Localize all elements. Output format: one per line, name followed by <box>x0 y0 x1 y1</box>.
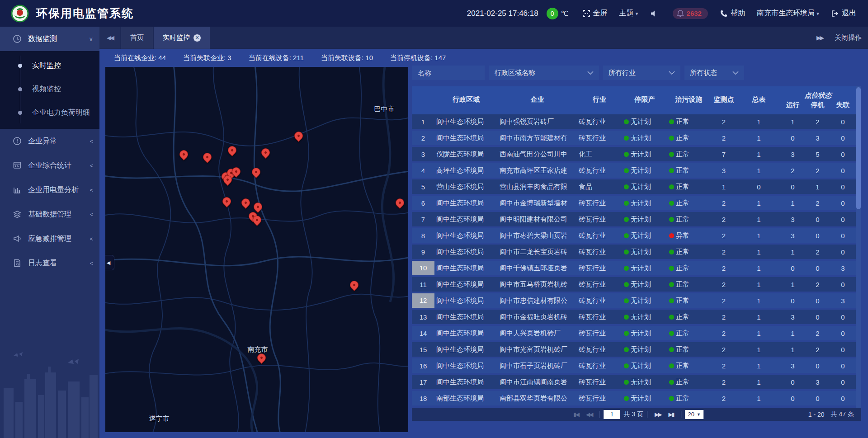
tabs-scroll-right-button[interactable]: ▶▶ <box>816 34 823 41</box>
table-row-2[interactable]: 2阆中生态环境局阆中市南方节能建材有砖瓦行业无计划正常21030 <box>412 131 856 145</box>
name-filter-input[interactable] <box>418 69 479 77</box>
status-filter-select[interactable]: 所有状态 <box>684 66 744 80</box>
sidebar-item-0[interactable]: 数据监测∨ <box>0 27 99 51</box>
table-body: 1阆中生态环境局阆中强锐页岩砖厂砖瓦行业无计划正常211202阆中生态环境局阆中… <box>412 114 856 408</box>
sidebar-item-3[interactable]: 企业用电量分析< <box>0 178 99 202</box>
sidebar-item-5[interactable]: 应急减排管理< <box>0 226 99 251</box>
divider <box>647 411 647 418</box>
sidebar-subitem-2[interactable]: 企业电力负荷明细 <box>0 101 99 124</box>
table-row-10[interactable]: 10阆中生态环境局阆中千佛镇五郎垭页岩砖瓦行业无计划正常21003 <box>412 261 856 275</box>
table-row-5[interactable]: 5营山生态环境局营山县润丰肉食品有限食品无计划正常10010 <box>412 179 856 194</box>
tabs-scroll-left-button[interactable]: ◀◀ <box>99 27 120 49</box>
cell-company: 阆中明阳建材有限公司 <box>498 215 577 224</box>
table-row-12[interactable]: 12阆中生态环境局阆中市忠信建材有限公砖瓦行业无计划正常21003 <box>412 293 856 308</box>
scrollbar-thumb[interactable] <box>856 87 861 209</box>
map[interactable]: 巴中市南充市遂宁市 ◀ <box>105 67 408 432</box>
cell-stopped: 5 <box>805 151 830 158</box>
limit-status-text: 无计划 <box>631 313 651 321</box>
page-size-select[interactable]: 20 ▼ <box>685 410 703 419</box>
table-row-9[interactable]: 9阆中生态环境局阆中市二龙长宝页岩砖砖瓦行业无计划正常21120 <box>412 245 856 259</box>
cell-region: 阆中生态环境局 <box>434 329 498 338</box>
cell-stopped: 2 <box>805 281 830 288</box>
close-operations-button[interactable]: 关闭操作 <box>835 33 862 42</box>
table-row-15[interactable]: 15阆中生态环境局阆中市光富页岩机砖厂砖瓦行业无计划正常21120 <box>412 342 856 357</box>
table-scrollbar[interactable] <box>856 86 861 408</box>
logout-button[interactable]: 退出 <box>831 9 856 18</box>
cell-running: 1 <box>780 346 805 353</box>
chevron-down-icon <box>732 71 739 75</box>
cell-monitor-points: 7 <box>710 151 737 158</box>
chevron-collapsed-icon: < <box>90 138 93 145</box>
cell-lost: 0 <box>830 167 856 174</box>
table-row-7[interactable]: 7阆中生态环境局阆中明阳建材有限公司砖瓦行业无计划正常21300 <box>412 212 856 226</box>
table-row-8[interactable]: 8阆中生态环境局阆中市枣碧大梁山页岩砖瓦行业无计划异常21300 <box>412 228 856 243</box>
table-row-13[interactable]: 13阆中生态环境局阆中市金福旺页岩机砖砖瓦行业无计划正常21300 <box>412 310 856 324</box>
map-collapse-button[interactable]: ◀ <box>105 255 114 270</box>
mute-button[interactable] <box>650 9 661 18</box>
cell-region: 仪陇生态环境局 <box>434 150 498 159</box>
table-row-4[interactable]: 4高坪生态环境局南充市高坪区王家店建砖瓦行业无计划正常31220 <box>412 163 856 178</box>
sidebar-item-1[interactable]: 企业异常< <box>0 129 99 153</box>
tab-0[interactable]: 首页 <box>121 27 153 49</box>
notification-button[interactable]: 2632 <box>673 8 708 19</box>
table-row-14[interactable]: 14阆中生态环境局阆中大兴页岩机砖厂砖瓦行业无计划正常21120 <box>412 326 856 340</box>
cell-company: 阆中千佛镇五郎垭页岩 <box>498 264 577 273</box>
status-dot-icon <box>669 184 674 189</box>
table-row-18[interactable]: 18南部生态环境局南部县双华页岩有限公砖瓦行业无计划正常21000 <box>412 391 856 405</box>
next-page-button[interactable]: ▶▶ <box>655 411 661 418</box>
sidebar-item-4[interactable]: 基础数据管理< <box>0 202 99 226</box>
status-dot-icon <box>669 380 674 385</box>
fullscreen-button[interactable]: 全屏 <box>582 9 608 18</box>
last-page-button[interactable]: ▶▮ <box>669 411 674 418</box>
cell-limit-status: 无计划 <box>622 166 667 175</box>
cell-company: 西南油气田分公司川中 <box>498 150 577 159</box>
help-button[interactable]: 帮助 <box>720 9 745 18</box>
chevron-collapsed-icon: < <box>90 162 93 169</box>
right-panel: 行政区域名称 所有行业 所有状态 行政区域企业行业停限产治污设施监测点总表点位状… <box>412 66 861 421</box>
first-page-button[interactable]: ▮◀ <box>573 411 579 418</box>
cell-running: 0 <box>780 395 805 402</box>
cell-company: 阆中市五马桥页岩机砖 <box>498 280 577 289</box>
temperature-unit: ℃ <box>561 9 569 18</box>
cell-total-meters: 1 <box>737 395 780 402</box>
cell-facility-status: 异常 <box>667 231 710 240</box>
cell-region: 阆中生态环境局 <box>434 215 498 224</box>
org-dropdown[interactable]: 南充市生态环境局 ▾ <box>757 9 819 18</box>
tab-close-icon[interactable]: ✕ <box>193 34 201 42</box>
table-row-6[interactable]: 6阆中生态环境局阆中市金博瑞新型墙材砖瓦行业无计划正常21120 <box>412 196 856 210</box>
limit-status-text: 无计划 <box>631 199 651 207</box>
region-filter-select[interactable]: 行政区域名称 <box>489 66 599 80</box>
cell-industry: 砖瓦行业 <box>577 166 622 175</box>
industry-filter-select[interactable]: 所有行业 <box>603 66 680 80</box>
name-filter[interactable] <box>412 66 485 80</box>
tab-1[interactable]: 实时监控✕ <box>154 27 210 49</box>
sidebar-item-2[interactable]: 企业综合统计< <box>0 153 99 178</box>
cell-stopped: 2 <box>805 346 830 353</box>
table-row-11[interactable]: 11阆中生态环境局阆中市五马桥页岩机砖砖瓦行业无计划正常21120 <box>412 277 856 292</box>
table-row-3[interactable]: 3仪陇生态环境局西南油气田分公司川中化工无计划正常71350 <box>412 147 856 161</box>
sidebar-subitem-0[interactable]: 实时监控 <box>0 54 99 77</box>
table-row-1[interactable]: 1阆中生态环境局阆中强锐页岩砖厂砖瓦行业无计划正常21120 <box>412 114 856 129</box>
org-label: 南充市生态环境局 <box>757 9 815 18</box>
sidebar-item-6[interactable]: 日志查看< <box>0 251 99 275</box>
chevron-collapsed-icon: < <box>90 187 93 193</box>
limit-status-text: 无计划 <box>631 345 651 354</box>
cell-running: 1 <box>780 330 805 337</box>
table-row-16[interactable]: 16阆中生态环境局阆中市石子页岩机砖厂砖瓦行业无计划正常21300 <box>412 358 856 373</box>
table-row-17[interactable]: 17阆中生态环境局阆中市江南镇阆南页岩砖瓦行业无计划正常21030 <box>412 375 856 389</box>
status-dot-icon <box>669 233 674 238</box>
page-number-input[interactable] <box>604 410 620 419</box>
cell-region: 南部生态环境局 <box>434 394 498 403</box>
status-dot-icon <box>624 119 629 124</box>
theme-button[interactable]: 主题 ▾ <box>619 9 638 18</box>
map-roads <box>105 67 408 432</box>
tab-label: 实时监控 <box>163 33 190 42</box>
cell-lost: 0 <box>830 313 856 321</box>
limit-status-text: 无计划 <box>631 150 651 159</box>
cell-total-meters: 1 <box>737 167 780 174</box>
prev-page-button[interactable]: ◀◀ <box>586 411 592 418</box>
cell-row-number: 10 <box>412 261 434 275</box>
sidebar-subitem-1[interactable]: 视频监控 <box>0 77 99 101</box>
cell-industry: 砖瓦行业 <box>577 231 622 240</box>
status-dot-icon <box>624 217 629 222</box>
